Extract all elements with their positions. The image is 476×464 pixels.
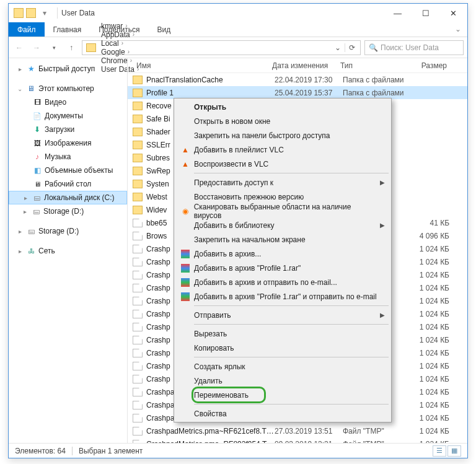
address-dropdown-icon[interactable]: ⌄ [331,43,345,52]
tree-documents[interactable]: Документы [9,109,127,123]
row-type: Папка с файлами [343,89,411,97]
row-size: 1 024 КБ [411,323,454,331]
row-name: CrashpadMetrics.pma~RF621cef8.TMP [146,427,275,436]
tree-images[interactable]: Изображения [9,136,127,150]
search-input[interactable]: 🔍 Поиск: User Data [364,40,464,55]
row-size: 1 024 КБ [411,427,454,436]
titlebar: ▾ User Data ― ☐ ✕ [9,4,467,22]
tree-network[interactable]: ▸Сеть [9,244,127,258]
ctx-vlc-add[interactable]: ▲Добавить в плейлист VLC [175,142,390,157]
ctx-pin-quick-access[interactable]: Закрепить на панели быстрого доступа [175,128,390,142]
row-date: 22.04.2019 17:30 [275,76,343,84]
nav-forward-button[interactable]: → [30,41,43,55]
file-icon [133,427,143,436]
tree-video[interactable]: Видео [9,95,127,109]
ctx-cut[interactable]: Вырезать [175,326,390,341]
view-details-button[interactable]: ☰ [433,445,446,457]
folder-icon [133,167,143,175]
tree-downloads[interactable]: Загрузки [9,123,127,136]
ctx-open-new-window[interactable]: Открыть в новом окне [175,114,390,128]
row-size: 1 024 КБ [411,284,454,292]
breadcrumb-item[interactable]: kmwar› [99,22,141,30]
file-row[interactable]: CrashpadMetrics.pma~RF621cef8.TMP27.03.2… [128,424,467,437]
file-icon [133,271,143,279]
tree-desktop[interactable]: Рабочий стол [9,177,127,191]
tab-file[interactable]: Файл [9,22,45,37]
file-icon [133,414,143,422]
ctx-properties[interactable]: Свойства [175,406,390,421]
file-icon [133,362,143,370]
row-date: 27.03.2019 13:51 [275,427,343,436]
row-name: Profile 1 [146,89,275,97]
file-row[interactable]: CrashpadMetrics.pma~RF892f954.TMP09.03.2… [128,437,467,443]
row-size: 1 024 КБ [411,349,454,357]
ctx-open[interactable]: Открыть [175,100,390,114]
ctx-vlc-play[interactable]: ▲Воспроизвести в VLC [175,157,390,171]
file-icon [133,258,143,266]
breadcrumb-item[interactable]: AppData› [99,30,141,39]
status-selection: Выбран 1 элемент [79,447,143,455]
ribbon-tabs: Файл Главная Поделиться Вид ⌄ [9,22,467,37]
row-size: 1 024 КБ [411,375,454,383]
tree-storage-d-2[interactable]: ▸Storage (D:) [9,224,127,238]
tab-view[interactable]: Вид [148,22,179,37]
ctx-rename[interactable]: Переименовать [175,388,390,402]
row-size: 1 024 КБ [411,297,454,305]
col-type[interactable]: Тип [340,58,408,72]
file-icon [133,284,143,292]
tab-home[interactable]: Главная [45,22,90,37]
tree-this-pc[interactable]: ⌄🖥Этот компьютер [9,82,127,95]
col-name[interactable]: Имя [133,58,272,72]
file-icon [133,297,143,305]
maximize-button[interactable]: ☐ [412,4,439,22]
ctx-delete[interactable]: Удалить [175,374,390,388]
tree-quick-access[interactable]: ▸★Быстрый доступ [9,62,127,76]
col-date[interactable]: Дата изменения [272,58,340,72]
nav-up-button[interactable]: ↑ [64,41,78,55]
ctx-pin-start[interactable]: Закрепить на начальном экране [175,232,390,247]
file-icon [133,245,143,253]
ctx-add-library[interactable]: Добавить в библиотеку▶ [175,218,390,232]
col-size[interactable]: Размер [408,58,452,72]
nav-dropdown-icon[interactable]: ▾ [47,41,61,55]
nav-back-button[interactable]: ← [12,41,26,55]
refresh-button[interactable]: ⟳ [345,43,359,52]
tree-storage-d[interactable]: ▸Storage (D:) [9,204,127,218]
file-icon [133,310,143,318]
close-button[interactable]: ✕ [439,4,467,22]
ribbon-expand-icon[interactable]: ⌄ [449,22,467,37]
address-bar[interactable]: kmwar›AppData›Local›Google›Chrome›User D… [82,40,361,55]
folder-icon [133,128,143,136]
status-bar: Элементов: 64 Выбран 1 элемент ☰ ▦ [9,443,467,458]
folder-icon [133,141,143,149]
tree-3d-objects[interactable]: Объемные объекты [9,164,127,177]
ctx-rar-add[interactable]: Добавить в архив... [175,247,390,261]
tree-music[interactable]: Музыка [9,150,127,164]
view-large-button[interactable]: ▦ [447,445,461,457]
qat-dropdown-icon[interactable]: ▾ [40,8,50,18]
ctx-send-to[interactable]: Отправить▶ [175,308,390,322]
ctx-rar-add-named[interactable]: Добавить в архив "Profile 1.rar" [175,261,390,275]
ctx-grant-access[interactable]: Предоставить доступ к▶ [175,175,390,190]
ctx-rar-email-named[interactable]: Добавить в архив "Profile 1.rar" и отпра… [175,289,390,304]
breadcrumb-item[interactable]: Local› [99,39,141,48]
row-name: CrashpadMetrics.pma~RF892f954.TMP [146,440,275,444]
ctx-create-shortcut[interactable]: Создать ярлык [175,359,390,374]
breadcrumb-item[interactable]: Google› [99,48,141,56]
ctx-scan-virus[interactable]: ◉Сканировать выбранные области на наличи… [175,204,390,218]
ctx-rar-email[interactable]: Добавить в архив и отправить по e-mail..… [175,275,390,289]
context-menu: Открыть Открыть в новом окне Закрепить н… [174,98,392,422]
row-date: 09.03.2019 13:31 [275,440,343,444]
minimize-button[interactable]: ― [384,4,412,22]
row-size: 41 КБ [411,219,454,227]
tree-local-disk-c[interactable]: ▸Локальный диск (C:) [9,191,127,204]
folder-icon [133,206,143,214]
folder-row[interactable]: PnaclTranslationCache22.04.2019 17:30Пап… [128,73,467,86]
folder-row[interactable]: Profile 125.04.2019 15:37Папка с файлами [128,86,467,99]
ctx-copy[interactable]: Копировать [175,341,390,355]
row-size: 1 024 КБ [411,401,454,409]
row-type: Папка с файлами [343,76,411,84]
qat-folder-icon[interactable] [26,8,36,18]
folder-icon [133,89,143,97]
file-icon [133,401,143,409]
